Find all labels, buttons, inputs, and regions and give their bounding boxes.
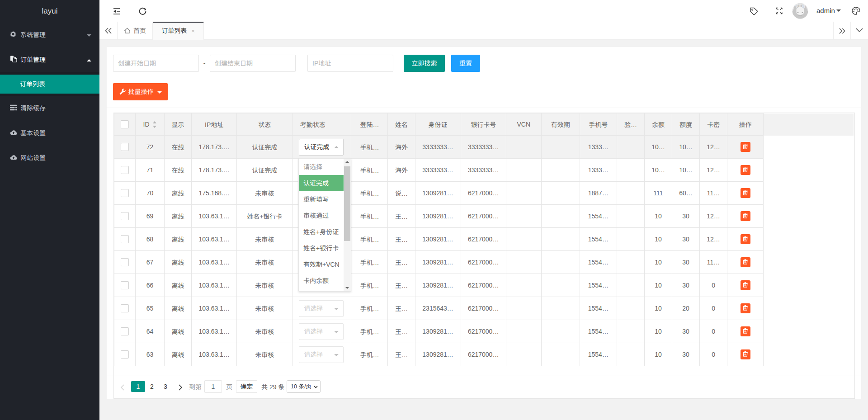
svg-text:求真相: 求真相 <box>795 3 806 8</box>
